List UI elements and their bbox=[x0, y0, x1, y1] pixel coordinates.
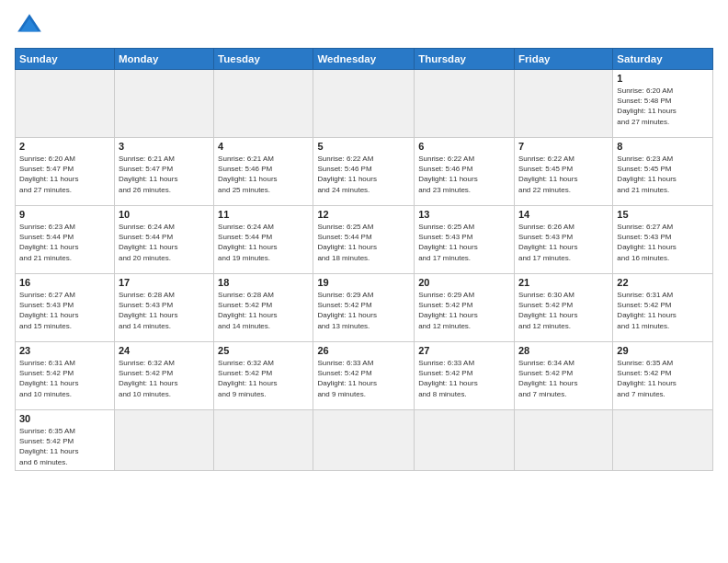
day-number: 21 bbox=[518, 277, 609, 288]
day-info: Sunrise: 6:27 AMSunset: 5:43 PMDaylight:… bbox=[19, 290, 110, 331]
day-number: 26 bbox=[317, 345, 410, 356]
calendar-cell: 9Sunrise: 6:23 AMSunset: 5:44 PMDaylight… bbox=[16, 206, 115, 274]
day-info: Sunrise: 6:31 AMSunset: 5:42 PMDaylight:… bbox=[19, 358, 110, 399]
day-number: 22 bbox=[617, 277, 709, 288]
logo bbox=[15, 11, 50, 40]
calendar-cell: 28Sunrise: 6:34 AMSunset: 5:42 PMDayligh… bbox=[514, 342, 612, 410]
day-number: 20 bbox=[418, 277, 510, 288]
calendar-cell: 11Sunrise: 6:24 AMSunset: 5:44 PMDayligh… bbox=[214, 206, 313, 274]
calendar-cell: 10Sunrise: 6:24 AMSunset: 5:44 PMDayligh… bbox=[114, 206, 213, 274]
calendar-cell: 4Sunrise: 6:21 AMSunset: 5:46 PMDaylight… bbox=[214, 138, 313, 206]
day-number: 14 bbox=[518, 209, 609, 220]
day-number: 28 bbox=[518, 345, 609, 356]
day-number: 1 bbox=[617, 73, 709, 84]
calendar-weekday-tuesday: Tuesday bbox=[214, 49, 313, 70]
calendar-week-row: 16Sunrise: 6:27 AMSunset: 5:43 PMDayligh… bbox=[16, 274, 713, 342]
day-info: Sunrise: 6:21 AMSunset: 5:47 PMDaylight:… bbox=[119, 154, 210, 195]
calendar-week-row: 30Sunrise: 6:35 AMSunset: 5:42 PMDayligh… bbox=[16, 410, 713, 471]
calendar-cell: 17Sunrise: 6:28 AMSunset: 5:43 PMDayligh… bbox=[114, 274, 213, 342]
day-number: 5 bbox=[317, 141, 410, 152]
day-info: Sunrise: 6:20 AMSunset: 5:48 PMDaylight:… bbox=[617, 86, 709, 127]
header bbox=[15, 11, 713, 40]
calendar-cell: 16Sunrise: 6:27 AMSunset: 5:43 PMDayligh… bbox=[16, 274, 115, 342]
day-number: 30 bbox=[19, 413, 110, 424]
calendar-weekday-sunday: Sunday bbox=[16, 49, 115, 70]
calendar-cell: 2Sunrise: 6:20 AMSunset: 5:47 PMDaylight… bbox=[16, 138, 115, 206]
day-info: Sunrise: 6:32 AMSunset: 5:42 PMDaylight:… bbox=[218, 358, 309, 399]
calendar-cell bbox=[415, 410, 515, 471]
day-number: 16 bbox=[19, 277, 110, 288]
day-number: 17 bbox=[119, 277, 210, 288]
day-number: 7 bbox=[518, 141, 609, 152]
page: SundayMondayTuesdayWednesdayThursdayFrid… bbox=[0, 0, 728, 563]
day-info: Sunrise: 6:35 AMSunset: 5:42 PMDaylight:… bbox=[617, 358, 709, 399]
calendar-week-row: 23Sunrise: 6:31 AMSunset: 5:42 PMDayligh… bbox=[16, 342, 713, 410]
calendar-header-row: SundayMondayTuesdayWednesdayThursdayFrid… bbox=[16, 49, 713, 70]
calendar-cell: 13Sunrise: 6:25 AMSunset: 5:43 PMDayligh… bbox=[415, 206, 515, 274]
calendar-weekday-friday: Friday bbox=[514, 49, 612, 70]
calendar-cell bbox=[514, 410, 612, 471]
day-info: Sunrise: 6:28 AMSunset: 5:42 PMDaylight:… bbox=[218, 290, 309, 331]
day-info: Sunrise: 6:20 AMSunset: 5:47 PMDaylight:… bbox=[19, 154, 110, 195]
day-number: 29 bbox=[617, 345, 709, 356]
calendar-week-row: 9Sunrise: 6:23 AMSunset: 5:44 PMDaylight… bbox=[16, 206, 713, 274]
calendar-cell bbox=[114, 410, 213, 471]
calendar-cell: 7Sunrise: 6:22 AMSunset: 5:45 PMDaylight… bbox=[514, 138, 612, 206]
calendar-week-row: 2Sunrise: 6:20 AMSunset: 5:47 PMDaylight… bbox=[16, 138, 713, 206]
calendar-cell bbox=[313, 410, 415, 471]
calendar-weekday-wednesday: Wednesday bbox=[313, 49, 415, 70]
day-number: 27 bbox=[418, 345, 510, 356]
day-info: Sunrise: 6:31 AMSunset: 5:42 PMDaylight:… bbox=[617, 290, 709, 331]
day-number: 23 bbox=[19, 345, 110, 356]
day-info: Sunrise: 6:22 AMSunset: 5:45 PMDaylight:… bbox=[518, 154, 609, 195]
calendar-cell: 21Sunrise: 6:30 AMSunset: 5:42 PMDayligh… bbox=[514, 274, 612, 342]
calendar-weekday-thursday: Thursday bbox=[415, 49, 515, 70]
calendar-cell: 3Sunrise: 6:21 AMSunset: 5:47 PMDaylight… bbox=[114, 138, 213, 206]
calendar-cell: 19Sunrise: 6:29 AMSunset: 5:42 PMDayligh… bbox=[313, 274, 415, 342]
calendar-cell: 22Sunrise: 6:31 AMSunset: 5:42 PMDayligh… bbox=[613, 274, 713, 342]
calendar-cell: 18Sunrise: 6:28 AMSunset: 5:42 PMDayligh… bbox=[214, 274, 313, 342]
calendar-cell bbox=[214, 70, 313, 138]
calendar-cell: 25Sunrise: 6:32 AMSunset: 5:42 PMDayligh… bbox=[214, 342, 313, 410]
day-number: 12 bbox=[317, 209, 410, 220]
calendar-cell: 27Sunrise: 6:33 AMSunset: 5:42 PMDayligh… bbox=[415, 342, 515, 410]
calendar-cell: 29Sunrise: 6:35 AMSunset: 5:42 PMDayligh… bbox=[613, 342, 713, 410]
calendar-cell bbox=[16, 70, 115, 138]
day-number: 10 bbox=[119, 209, 210, 220]
day-info: Sunrise: 6:32 AMSunset: 5:42 PMDaylight:… bbox=[119, 358, 210, 399]
day-info: Sunrise: 6:33 AMSunset: 5:42 PMDaylight:… bbox=[418, 358, 510, 399]
logo-icon bbox=[15, 11, 44, 40]
day-number: 25 bbox=[218, 345, 309, 356]
calendar: SundayMondayTuesdayWednesdayThursdayFrid… bbox=[15, 48, 713, 471]
day-info: Sunrise: 6:25 AMSunset: 5:44 PMDaylight:… bbox=[317, 222, 410, 263]
day-info: Sunrise: 6:29 AMSunset: 5:42 PMDaylight:… bbox=[317, 290, 410, 331]
day-number: 11 bbox=[218, 209, 309, 220]
calendar-cell: 5Sunrise: 6:22 AMSunset: 5:46 PMDaylight… bbox=[313, 138, 415, 206]
day-number: 4 bbox=[218, 141, 309, 152]
day-info: Sunrise: 6:22 AMSunset: 5:46 PMDaylight:… bbox=[317, 154, 410, 195]
calendar-cell bbox=[313, 70, 415, 138]
day-number: 19 bbox=[317, 277, 410, 288]
day-number: 3 bbox=[119, 141, 210, 152]
day-info: Sunrise: 6:35 AMSunset: 5:42 PMDaylight:… bbox=[19, 426, 110, 467]
day-info: Sunrise: 6:24 AMSunset: 5:44 PMDaylight:… bbox=[119, 222, 210, 263]
calendar-week-row: 1Sunrise: 6:20 AMSunset: 5:48 PMDaylight… bbox=[16, 70, 713, 138]
calendar-cell bbox=[415, 70, 515, 138]
day-info: Sunrise: 6:22 AMSunset: 5:46 PMDaylight:… bbox=[418, 154, 510, 195]
calendar-cell: 6Sunrise: 6:22 AMSunset: 5:46 PMDaylight… bbox=[415, 138, 515, 206]
day-info: Sunrise: 6:21 AMSunset: 5:46 PMDaylight:… bbox=[218, 154, 309, 195]
day-info: Sunrise: 6:33 AMSunset: 5:42 PMDaylight:… bbox=[317, 358, 410, 399]
day-info: Sunrise: 6:23 AMSunset: 5:45 PMDaylight:… bbox=[617, 154, 709, 195]
day-info: Sunrise: 6:29 AMSunset: 5:42 PMDaylight:… bbox=[418, 290, 510, 331]
day-number: 2 bbox=[19, 141, 110, 152]
calendar-cell: 26Sunrise: 6:33 AMSunset: 5:42 PMDayligh… bbox=[313, 342, 415, 410]
day-number: 15 bbox=[617, 209, 709, 220]
calendar-weekday-monday: Monday bbox=[114, 49, 213, 70]
day-number: 9 bbox=[19, 209, 110, 220]
day-info: Sunrise: 6:26 AMSunset: 5:43 PMDaylight:… bbox=[518, 222, 609, 263]
day-number: 8 bbox=[617, 141, 709, 152]
calendar-cell bbox=[114, 70, 213, 138]
calendar-cell: 24Sunrise: 6:32 AMSunset: 5:42 PMDayligh… bbox=[114, 342, 213, 410]
calendar-cell: 20Sunrise: 6:29 AMSunset: 5:42 PMDayligh… bbox=[415, 274, 515, 342]
calendar-weekday-saturday: Saturday bbox=[613, 49, 713, 70]
